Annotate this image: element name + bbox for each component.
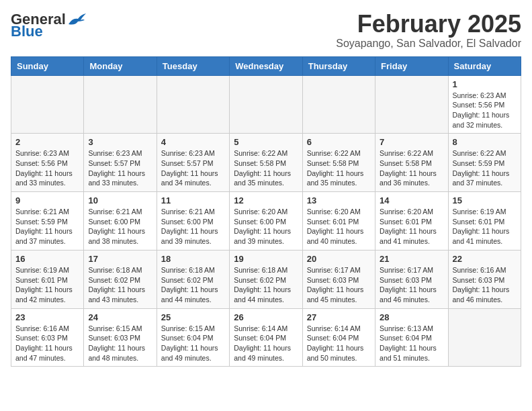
day-number: 18 bbox=[161, 254, 225, 264]
calendar-cell: 7Sunrise: 6:22 AM Sunset: 5:58 PM Daylig… bbox=[375, 134, 448, 192]
day-info: Sunrise: 6:15 AM Sunset: 6:03 PM Dayligh… bbox=[88, 324, 152, 363]
calendar-cell: 24Sunrise: 6:15 AM Sunset: 6:03 PM Dayli… bbox=[84, 308, 157, 367]
calendar-cell: 13Sunrise: 6:20 AM Sunset: 6:01 PM Dayli… bbox=[302, 192, 375, 250]
day-number: 9 bbox=[15, 195, 79, 205]
day-info: Sunrise: 6:23 AM Sunset: 5:57 PM Dayligh… bbox=[88, 148, 152, 188]
day-info: Sunrise: 6:17 AM Sunset: 6:03 PM Dayligh… bbox=[307, 265, 371, 305]
calendar-cell: 25Sunrise: 6:15 AM Sunset: 6:04 PM Dayli… bbox=[157, 308, 229, 367]
day-number: 27 bbox=[307, 312, 371, 322]
day-info: Sunrise: 6:20 AM Sunset: 6:01 PM Dayligh… bbox=[307, 207, 371, 246]
calendar-cell: 18Sunrise: 6:18 AM Sunset: 6:02 PM Dayli… bbox=[157, 250, 229, 308]
logo-bird-icon bbox=[67, 12, 86, 27]
calendar-cell: 11Sunrise: 6:21 AM Sunset: 6:00 PM Dayli… bbox=[157, 192, 229, 250]
weekday-header-row: SundayMondayTuesdayWednesdayThursdayFrid… bbox=[11, 56, 521, 75]
calendar-cell bbox=[84, 75, 157, 134]
day-info: Sunrise: 6:23 AM Sunset: 5:57 PM Dayligh… bbox=[161, 148, 225, 188]
day-info: Sunrise: 6:15 AM Sunset: 6:04 PM Dayligh… bbox=[161, 324, 225, 363]
day-number: 2 bbox=[15, 137, 79, 147]
calendar-cell: 9Sunrise: 6:21 AM Sunset: 5:59 PM Daylig… bbox=[11, 192, 84, 250]
calendar-cell: 16Sunrise: 6:19 AM Sunset: 6:01 PM Dayli… bbox=[11, 250, 84, 308]
calendar-cell: 12Sunrise: 6:20 AM Sunset: 6:00 PM Dayli… bbox=[230, 192, 302, 250]
calendar-week-2: 2Sunrise: 6:23 AM Sunset: 5:56 PM Daylig… bbox=[11, 134, 521, 192]
day-info: Sunrise: 6:23 AM Sunset: 5:56 PM Dayligh… bbox=[15, 148, 79, 188]
logo-blue-text: Blue bbox=[11, 23, 43, 40]
day-info: Sunrise: 6:17 AM Sunset: 6:03 PM Dayligh… bbox=[380, 265, 443, 305]
page-header: General Blue February 2025 Soyapango, Sa… bbox=[11, 11, 521, 50]
day-number: 3 bbox=[88, 137, 152, 147]
weekday-header-friday: Friday bbox=[375, 56, 448, 75]
day-number: 14 bbox=[380, 195, 443, 205]
calendar-week-1: 1Sunrise: 6:23 AM Sunset: 5:56 PM Daylig… bbox=[11, 75, 521, 134]
calendar-cell: 20Sunrise: 6:17 AM Sunset: 6:03 PM Dayli… bbox=[302, 250, 375, 308]
day-info: Sunrise: 6:23 AM Sunset: 5:56 PM Dayligh… bbox=[453, 91, 517, 130]
calendar-cell: 2Sunrise: 6:23 AM Sunset: 5:56 PM Daylig… bbox=[11, 134, 84, 192]
calendar-cell: 27Sunrise: 6:14 AM Sunset: 6:04 PM Dayli… bbox=[302, 308, 375, 367]
day-info: Sunrise: 6:21 AM Sunset: 5:59 PM Dayligh… bbox=[15, 207, 79, 246]
calendar-cell bbox=[157, 75, 229, 134]
calendar-cell: 26Sunrise: 6:14 AM Sunset: 6:04 PM Dayli… bbox=[230, 308, 302, 367]
day-number: 1 bbox=[453, 79, 517, 89]
weekday-header-saturday: Saturday bbox=[448, 56, 521, 75]
day-number: 7 bbox=[380, 137, 443, 147]
day-info: Sunrise: 6:20 AM Sunset: 6:01 PM Dayligh… bbox=[380, 207, 443, 246]
day-number: 17 bbox=[88, 254, 152, 264]
day-info: Sunrise: 6:18 AM Sunset: 6:02 PM Dayligh… bbox=[234, 265, 298, 305]
month-title: February 2025 bbox=[336, 11, 521, 38]
calendar-cell: 4Sunrise: 6:23 AM Sunset: 5:57 PM Daylig… bbox=[157, 134, 229, 192]
calendar-cell: 14Sunrise: 6:20 AM Sunset: 6:01 PM Dayli… bbox=[375, 192, 448, 250]
weekday-header-wednesday: Wednesday bbox=[230, 56, 302, 75]
day-number: 21 bbox=[380, 254, 443, 264]
day-info: Sunrise: 6:16 AM Sunset: 6:03 PM Dayligh… bbox=[453, 265, 517, 305]
calendar-cell: 3Sunrise: 6:23 AM Sunset: 5:57 PM Daylig… bbox=[84, 134, 157, 192]
calendar-cell: 8Sunrise: 6:22 AM Sunset: 5:59 PM Daylig… bbox=[448, 134, 521, 192]
day-info: Sunrise: 6:22 AM Sunset: 5:58 PM Dayligh… bbox=[380, 148, 443, 188]
calendar-cell: 17Sunrise: 6:18 AM Sunset: 6:02 PM Dayli… bbox=[84, 250, 157, 308]
calendar-cell: 1Sunrise: 6:23 AM Sunset: 5:56 PM Daylig… bbox=[448, 75, 521, 134]
weekday-header-tuesday: Tuesday bbox=[157, 56, 229, 75]
calendar-cell: 15Sunrise: 6:19 AM Sunset: 6:01 PM Dayli… bbox=[448, 192, 521, 250]
calendar-cell bbox=[375, 75, 448, 134]
calendar-cell: 28Sunrise: 6:13 AM Sunset: 6:04 PM Dayli… bbox=[375, 308, 448, 367]
day-number: 12 bbox=[234, 195, 298, 205]
calendar-cell bbox=[11, 75, 84, 134]
title-section: February 2025 Soyapango, San Salvador, E… bbox=[336, 11, 521, 50]
day-info: Sunrise: 6:14 AM Sunset: 6:04 PM Dayligh… bbox=[307, 324, 371, 363]
day-info: Sunrise: 6:22 AM Sunset: 5:59 PM Dayligh… bbox=[453, 148, 517, 188]
day-number: 19 bbox=[234, 254, 298, 264]
day-info: Sunrise: 6:21 AM Sunset: 6:00 PM Dayligh… bbox=[161, 207, 225, 246]
weekday-header-thursday: Thursday bbox=[302, 56, 375, 75]
day-number: 26 bbox=[234, 312, 298, 322]
day-number: 22 bbox=[453, 254, 517, 264]
weekday-header-sunday: Sunday bbox=[11, 56, 84, 75]
day-number: 28 bbox=[380, 312, 443, 322]
calendar-cell: 10Sunrise: 6:21 AM Sunset: 6:00 PM Dayli… bbox=[84, 192, 157, 250]
day-number: 20 bbox=[307, 254, 371, 264]
logo: General Blue bbox=[11, 11, 86, 40]
calendar-week-5: 23Sunrise: 6:16 AM Sunset: 6:03 PM Dayli… bbox=[11, 308, 521, 367]
calendar-table: SundayMondayTuesdayWednesdayThursdayFrid… bbox=[11, 56, 521, 367]
weekday-header-monday: Monday bbox=[84, 56, 157, 75]
location-text: Soyapango, San Salvador, El Salvador bbox=[336, 38, 521, 50]
day-info: Sunrise: 6:22 AM Sunset: 5:58 PM Dayligh… bbox=[307, 148, 371, 188]
calendar-cell bbox=[448, 308, 521, 367]
day-info: Sunrise: 6:18 AM Sunset: 6:02 PM Dayligh… bbox=[88, 265, 152, 305]
day-number: 6 bbox=[307, 137, 371, 147]
day-info: Sunrise: 6:16 AM Sunset: 6:03 PM Dayligh… bbox=[15, 324, 79, 363]
calendar-cell: 6Sunrise: 6:22 AM Sunset: 5:58 PM Daylig… bbox=[302, 134, 375, 192]
day-info: Sunrise: 6:13 AM Sunset: 6:04 PM Dayligh… bbox=[380, 324, 443, 363]
day-number: 24 bbox=[88, 312, 152, 322]
day-number: 4 bbox=[161, 137, 225, 147]
day-info: Sunrise: 6:18 AM Sunset: 6:02 PM Dayligh… bbox=[161, 265, 225, 305]
day-number: 11 bbox=[161, 195, 225, 205]
day-number: 23 bbox=[15, 312, 79, 322]
day-info: Sunrise: 6:22 AM Sunset: 5:58 PM Dayligh… bbox=[234, 148, 298, 188]
calendar-week-4: 16Sunrise: 6:19 AM Sunset: 6:01 PM Dayli… bbox=[11, 250, 521, 308]
day-number: 16 bbox=[15, 254, 79, 264]
day-info: Sunrise: 6:21 AM Sunset: 6:00 PM Dayligh… bbox=[88, 207, 152, 246]
calendar-week-3: 9Sunrise: 6:21 AM Sunset: 5:59 PM Daylig… bbox=[11, 192, 521, 250]
calendar-cell bbox=[302, 75, 375, 134]
day-number: 10 bbox=[88, 195, 152, 205]
day-info: Sunrise: 6:20 AM Sunset: 6:00 PM Dayligh… bbox=[234, 207, 298, 246]
calendar-cell bbox=[230, 75, 302, 134]
day-number: 8 bbox=[453, 137, 517, 147]
